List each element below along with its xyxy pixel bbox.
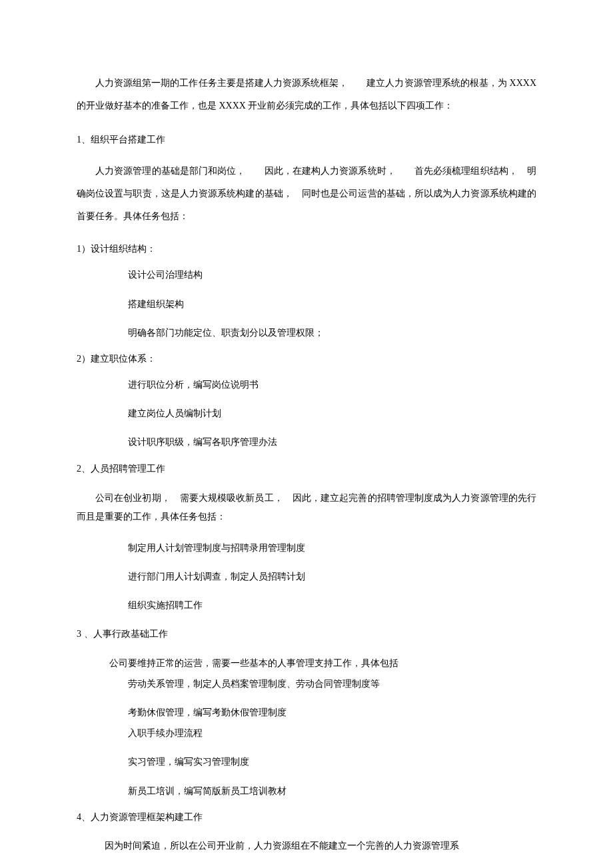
- list-item: 实习管理，编写实习管理制度: [77, 753, 536, 770]
- section-2-paragraph: 公司在创业初期， 需要大规模吸收新员工， 因此，建立起完善的招聘管理制度成为人力…: [77, 489, 536, 526]
- section-3-heading: 3 、人事行政基础工作: [77, 626, 536, 642]
- section-1-sub2-heading: 2）建立职位体系：: [77, 350, 536, 367]
- list-item: 入职手续办理流程: [77, 725, 536, 741]
- section-4-paragraph: 因为时间紧迫，所以在公司开业前，人力资源组在不能建立一个完善的人力资源管理系: [77, 837, 536, 854]
- list-item: 搭建组织架构: [77, 296, 536, 312]
- list-item: 劳动关系管理，制定人员档案管理制度、劳动合同管理制度等: [77, 675, 536, 692]
- list-item: 新员工培训，编写简版新员工培训教材: [77, 783, 536, 799]
- section-1-paragraph: 人力资源管理的基础是部门和岗位， 因此，在建构人力资源系统时， 首先必须梳理组织…: [77, 160, 536, 227]
- list-item: 制定用人计划管理制度与招聘录用管理制度: [77, 540, 536, 556]
- section-4-heading: 4、人力资源管理框架构建工作: [77, 809, 536, 825]
- section-1-heading: 1、组织平台搭建工作: [77, 131, 536, 148]
- list-item: 进行部门用人计划调查，制定人员招聘计划: [77, 568, 536, 585]
- list-item: 设计公司治理结构: [77, 266, 536, 283]
- section-1-sub1-heading: 1）设计组织结构：: [77, 240, 536, 257]
- list-item: 组织实施招聘工作: [77, 597, 536, 614]
- list-item: 建立岗位人员编制计划: [77, 405, 536, 422]
- list-item: 明确各部门功能定位、职责划分以及管理权限；: [77, 324, 536, 341]
- list-item: 进行职位分析，编写岗位说明书: [77, 376, 536, 393]
- section-2-heading: 2、人员招聘管理工作: [77, 460, 536, 477]
- intro-paragraph: 人力资源组第一期的工作任务主要是搭建人力资源系统框架， 建立人力资源管理系统的根…: [77, 72, 536, 117]
- section-3-intro: 公司要维持正常的运营，需要一些基本的人事管理支持工作，具体包括: [77, 655, 536, 671]
- list-item: 设计职序职级，编写各职序管理办法: [77, 434, 536, 450]
- list-item: 考勤休假管理，编写考勤休假管理制度: [77, 704, 536, 721]
